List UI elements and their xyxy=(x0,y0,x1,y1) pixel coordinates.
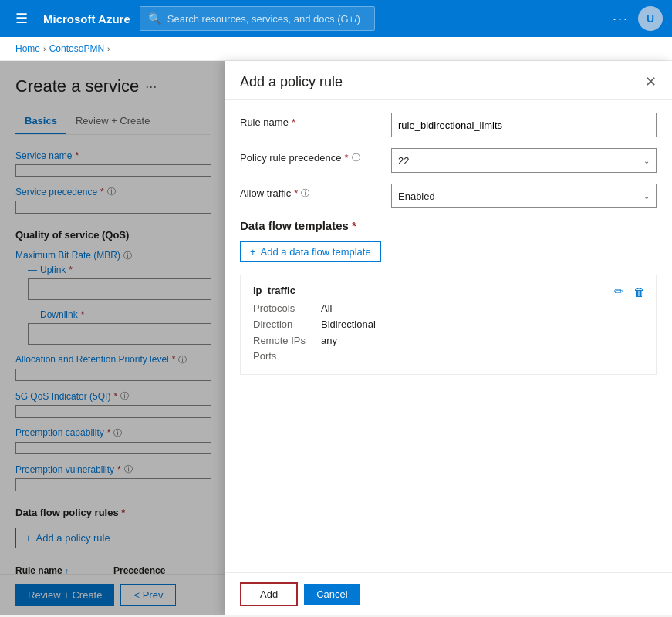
delete-template-button[interactable]: 🗑 xyxy=(632,283,647,300)
allow-traffic-select[interactable]: Enabled ⌄ xyxy=(391,184,657,208)
hamburger-icon[interactable]: ☰ xyxy=(9,7,34,30)
plus-icon-2: + xyxy=(250,246,256,258)
data-flow-title: Data flow templates * xyxy=(240,219,657,232)
allow-traffic-label: Allow traffic * ⓘ xyxy=(240,184,379,199)
add-policy-rule-modal: Add a policy rule ✕ Rule name * Policy r… xyxy=(225,61,672,615)
remote-ips-value: any xyxy=(321,333,337,349)
app-title: Microsoft Azure xyxy=(43,12,130,25)
modal-title: Add a policy rule xyxy=(240,74,343,90)
add-button[interactable]: Add xyxy=(240,582,298,606)
modal-body: Rule name * Policy rule precedence * ⓘ 2… xyxy=(225,100,672,572)
allow-traffic-info-icon[interactable]: ⓘ xyxy=(301,187,309,199)
breadcrumb-separator-2: › xyxy=(107,44,110,53)
remote-ips-label: Remote IPs xyxy=(253,333,315,349)
template-item-actions: ✏ 🗑 xyxy=(613,283,647,300)
cancel-button[interactable]: Cancel xyxy=(304,584,360,605)
ports-label: Ports xyxy=(253,349,315,365)
search-input[interactable] xyxy=(167,13,367,25)
direction-value: Bidirectional xyxy=(321,317,376,333)
rule-name-input[interactable] xyxy=(391,113,657,137)
precedence-info-icon[interactable]: ⓘ xyxy=(352,152,360,164)
direction-row: Direction Bidirectional xyxy=(253,317,643,333)
rule-name-label: Rule name * xyxy=(240,113,379,128)
breadcrumb-contoso[interactable]: ContosoPMN xyxy=(49,43,104,54)
search-bar[interactable]: 🔍 xyxy=(140,6,376,31)
modal-header: Add a policy rule ✕ xyxy=(225,61,672,100)
data-flow-section: Data flow templates * + Add a data flow … xyxy=(240,219,657,375)
edit-template-button[interactable]: ✏ xyxy=(613,283,626,300)
precedence-select[interactable]: 22 ⌄ xyxy=(391,148,657,173)
avatar[interactable]: U xyxy=(638,6,663,31)
breadcrumb: Home › ContosoPMN › xyxy=(0,37,672,61)
direction-label: Direction xyxy=(253,317,315,333)
remote-ips-row: Remote IPs any xyxy=(253,333,643,349)
allow-traffic-required: * xyxy=(294,187,298,199)
protocols-row: Protocols All xyxy=(253,301,643,317)
rule-name-required: * xyxy=(292,116,295,128)
modal-close-button[interactable]: ✕ xyxy=(645,73,657,90)
template-details: Protocols All Direction Bidirectional Re… xyxy=(253,301,643,365)
add-data-flow-button[interactable]: + Add a data flow template xyxy=(240,241,381,262)
template-name: ip_traffic xyxy=(253,285,643,296)
modal-footer: Add Cancel xyxy=(225,572,672,615)
top-navigation: ☰ Microsoft Azure 🔍 ··· U xyxy=(0,0,672,37)
ports-row: Ports xyxy=(253,349,643,365)
main-content: Create a service ··· Basics Review + Cre… xyxy=(0,61,672,615)
precedence-row: Policy rule precedence * ⓘ 22 ⌄ xyxy=(240,148,657,173)
allow-traffic-row: Allow traffic * ⓘ Enabled ⌄ xyxy=(240,184,657,208)
search-icon: 🔍 xyxy=(148,12,161,25)
precedence-required: * xyxy=(345,152,349,164)
protocols-label: Protocols xyxy=(253,301,315,317)
rule-name-row: Rule name * xyxy=(240,113,657,137)
breadcrumb-home[interactable]: Home xyxy=(15,43,40,54)
breadcrumb-separator: › xyxy=(43,44,46,53)
nav-more-options[interactable]: ··· xyxy=(613,11,629,27)
data-flow-template-item: ip_traffic Protocols All Direction Bidir… xyxy=(240,275,657,375)
data-flow-required: * xyxy=(352,219,356,232)
chevron-down-icon-2: ⌄ xyxy=(643,192,650,201)
protocols-value: All xyxy=(321,301,332,317)
chevron-down-icon: ⌄ xyxy=(643,157,650,165)
precedence-label: Policy rule precedence * ⓘ xyxy=(240,148,379,164)
